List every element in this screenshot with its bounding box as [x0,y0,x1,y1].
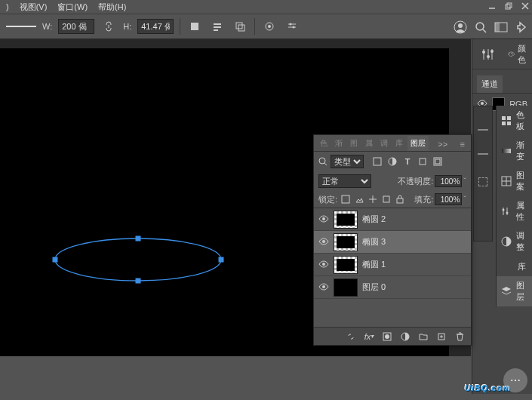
minimize-icon[interactable] [488,2,496,11]
layer-name[interactable]: 椭圆 2 [362,214,386,225]
svg-point-30 [509,53,510,54]
chevron-down-icon[interactable]: ˇ [463,195,466,204]
dash-icon [478,153,488,155]
layer-thumbnail[interactable] [334,278,358,297]
user-icon[interactable] [454,20,467,35]
layer-thumbnail[interactable] [334,256,358,274]
anchor-left[interactable] [53,257,58,263]
link-layers-icon[interactable] [346,331,356,342]
blend-mode-select[interactable]: 正常 [318,174,371,188]
svg-point-12 [268,25,271,28]
menu-view[interactable]: 视图(V) [20,2,48,13]
tab-layers[interactable]: 图层 [407,136,429,151]
anchor-right[interactable] [219,257,224,263]
visibility-icon[interactable] [318,238,329,247]
svg-rect-49 [374,158,381,165]
group-icon[interactable] [418,331,429,342]
lock-image-icon[interactable] [354,194,364,205]
align-edges-icon[interactable] [186,18,203,35]
filter-smart-icon[interactable] [432,155,444,168]
search-icon[interactable] [475,21,487,35]
width-input[interactable] [58,19,94,34]
filter-pixel-icon[interactable] [371,155,383,168]
arrange-icon[interactable] [232,18,248,35]
layer-thumbnail[interactable] [334,233,358,251]
layer-name[interactable]: 图层 0 [362,282,386,293]
anchor-top[interactable] [136,236,141,242]
delete-layer-icon[interactable] [454,331,465,342]
menu-window[interactable]: 窗口(W) [57,2,88,13]
layer-row[interactable]: 图层 0 [314,276,471,299]
lock-artboard-icon[interactable] [381,194,392,205]
adjustments-icon[interactable] [478,45,497,63]
close-icon[interactable] [521,2,529,11]
menu-help[interactable]: 帮助(H) [98,2,126,13]
align-icon[interactable] [209,18,226,35]
svg-point-18 [458,23,463,28]
opacity-input[interactable] [435,175,462,187]
lock-all-icon[interactable] [395,194,405,205]
dock-item-properties[interactable]: 属性 [497,196,532,226]
workspace-switcher-icon[interactable] [494,22,508,34]
dock-label: 渐变 [516,140,527,162]
dock-item-patterns[interactable]: 图案 [497,166,532,196]
visibility-icon[interactable] [318,283,329,292]
svg-point-15 [290,23,292,26]
channels-tab[interactable]: 通道 [477,75,503,93]
layer-row[interactable]: 椭圆 3 [314,231,471,254]
lock-transparent-icon[interactable] [340,194,351,205]
adjustment-layer-icon[interactable] [400,331,411,342]
link-wh-icon[interactable] [100,18,117,35]
tab-libraries[interactable]: 库 [392,136,406,151]
svg-rect-5 [191,23,198,30]
share-icon[interactable] [515,21,527,35]
tab-swatches[interactable]: 色 [317,136,331,151]
fx-icon[interactable]: fx▾ [364,331,374,342]
dock-label: 图层 [516,280,527,303]
layer-row[interactable]: 椭圆 1 [314,254,471,276]
mask-icon[interactable] [382,331,392,342]
visibility-icon[interactable] [318,260,329,269]
tab-patterns[interactable]: 图 [347,136,361,151]
dock-item-layers[interactable]: 图层 [497,276,532,306]
tab-adjustments[interactable]: 调 [377,136,391,151]
chevron-down-icon[interactable]: ˇ [463,177,466,186]
dock-item-gradients[interactable]: 渐变 [497,136,532,166]
dock-item-libraries[interactable]: 库 [497,257,532,276]
lock-position-icon[interactable] [367,194,378,205]
layer-name[interactable]: 椭圆 3 [362,236,386,248]
separator [180,18,180,35]
panel-menu-icon[interactable]: ≡ [457,137,468,151]
visibility-icon[interactable] [318,215,329,224]
restore-icon[interactable] [505,2,512,11]
filter-type-icon[interactable]: T [401,155,414,168]
tab-properties[interactable]: 属 [362,136,376,151]
tab-gradients[interactable]: 渐 [332,136,346,151]
gear-icon[interactable] [261,18,278,35]
svg-line-48 [324,163,327,165]
color-panel-button[interactable]: 颜色 [508,45,526,63]
svg-rect-35 [507,116,511,120]
svg-rect-8 [214,29,218,31]
fill-input[interactable] [435,193,462,205]
filter-shape-icon[interactable] [417,155,429,168]
svg-rect-56 [397,198,403,203]
svg-rect-53 [435,159,440,164]
anchor-bottom[interactable] [136,278,141,284]
layer-name[interactable]: 椭圆 1 [362,259,386,270]
tabs-overflow[interactable]: >> [435,137,451,151]
collapsed-dock-strip[interactable] [473,106,493,242]
new-layer-icon[interactable] [436,331,447,342]
layers-panel: 色 渐 图 属 调 库 图层 >> ≡ 类型 T 正常 不透明度: ˇ 锁定: [313,134,472,346]
layer-filter-type[interactable]: 类型 [331,155,364,168]
height-input[interactable] [137,19,174,34]
settings-icon[interactable] [284,18,300,35]
layer-row[interactable]: 椭圆 2 [314,208,471,231]
svg-point-57 [322,217,325,220]
layer-thumbnail[interactable] [334,211,358,229]
dock-item-adjustments[interactable]: 调整 [497,226,532,257]
filter-adjust-icon[interactable] [386,155,398,168]
svg-rect-1 [506,5,510,9]
dock-item-swatches[interactable]: 色板 [497,106,532,136]
stroke-weight-preview[interactable] [6,26,36,27]
